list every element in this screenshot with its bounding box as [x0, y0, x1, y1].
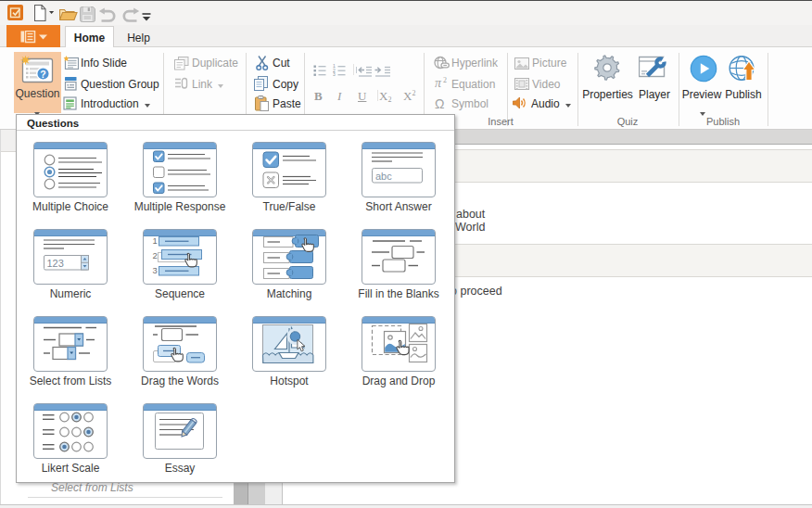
svg-text:?: ? [40, 69, 45, 80]
svg-text:1: 1 [153, 235, 158, 246]
svg-text:abc: abc [375, 171, 392, 182]
svg-text:Ω: Ω [435, 96, 444, 109]
svg-text:2: 2 [153, 250, 158, 260]
svg-text:3: 3 [153, 265, 158, 275]
svg-text:123: 123 [47, 258, 64, 269]
svg-text:3: 3 [333, 71, 336, 77]
svg-text:π: π [435, 76, 442, 89]
svg-text:2: 2 [443, 76, 447, 84]
